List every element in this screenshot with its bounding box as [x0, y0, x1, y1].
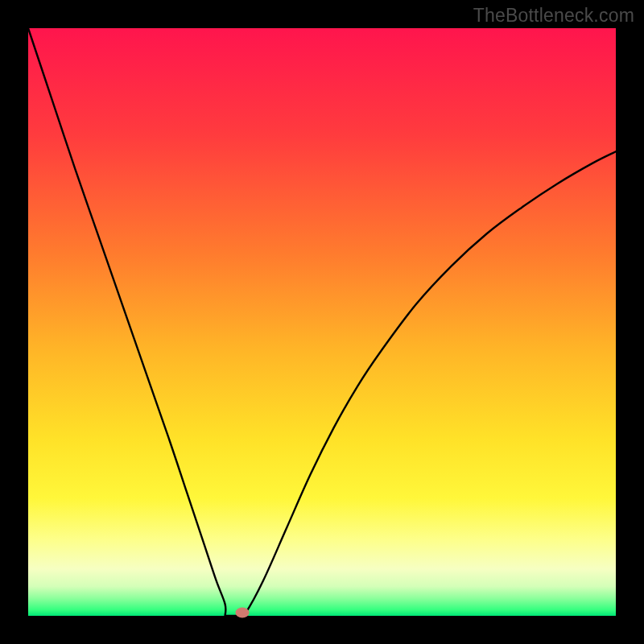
plot-area — [28, 28, 616, 616]
bottleneck-curve — [28, 28, 616, 617]
curve-svg — [28, 28, 616, 616]
watermark-text: TheBottleneck.com — [473, 5, 634, 27]
optimum-marker — [236, 608, 250, 618]
chart-frame: TheBottleneck.com — [0, 0, 644, 644]
